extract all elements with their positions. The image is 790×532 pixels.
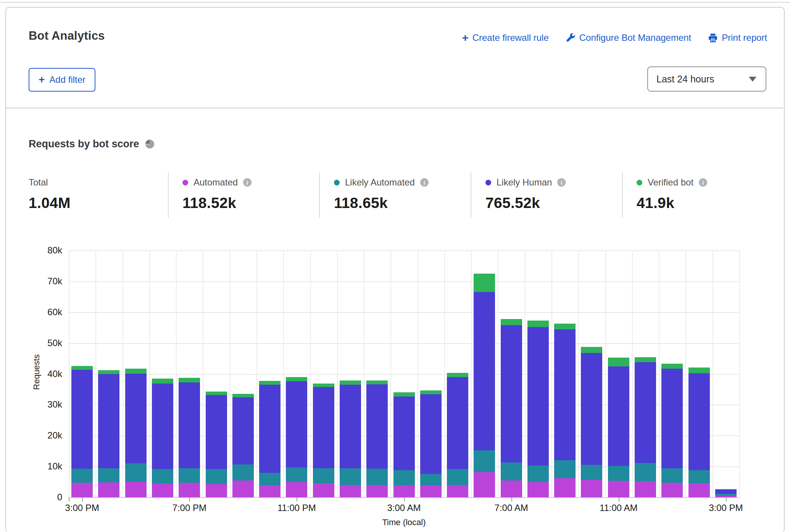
chart-bar-1100am[interactable]	[608, 358, 629, 497]
bar-segment-automated	[366, 485, 388, 497]
chart-bar-1000am[interactable]	[581, 347, 602, 497]
create-firewall-rule-link[interactable]: + Create firewall rule	[462, 32, 549, 44]
bar-segment-verified-bot	[393, 392, 415, 397]
chart-bar-300pm[interactable]	[715, 489, 737, 497]
bot-analytics-page: Bot Analytics + Create firewall rule Con…	[0, 0, 790, 532]
y-tick-label: 40k	[35, 369, 62, 379]
gridline	[69, 312, 739, 313]
bar-segment-automated	[447, 485, 468, 497]
info-icon[interactable]: i	[557, 178, 566, 187]
printer-icon	[708, 33, 718, 43]
chart-bar-1000pm[interactable]	[259, 381, 281, 497]
chart-bar-900pm[interactable]	[232, 394, 254, 497]
y-tick-label: 10k	[35, 461, 62, 472]
print-report-link[interactable]: Print report	[708, 32, 767, 43]
gridline	[390, 250, 391, 497]
chart-bar-600am[interactable]	[474, 274, 495, 497]
bar-segment-likely-human	[313, 387, 334, 468]
chart-bar-1200pm[interactable]	[635, 357, 656, 497]
bar-segment-verified-bot	[232, 394, 254, 397]
chart-bar-700am[interactable]	[501, 319, 522, 497]
chart-bar-500pm[interactable]	[125, 369, 147, 497]
chart-bar-100am[interactable]	[340, 380, 361, 497]
bar-segment-likely-human	[688, 373, 710, 470]
bar-segment-likely-human	[420, 394, 442, 474]
gridline	[149, 250, 150, 497]
chart-bar-200pm[interactable]	[688, 368, 710, 497]
gridline	[444, 250, 445, 497]
chart-bar-400pm[interactable]	[98, 370, 119, 497]
gridline	[498, 250, 498, 497]
bar-segment-verified-bot	[125, 369, 147, 374]
add-filter-label: Add filter	[49, 74, 85, 85]
bar-segment-likely-human	[527, 327, 549, 466]
info-icon[interactable]: i	[420, 178, 429, 187]
x-tick-label: 11:00 PM	[262, 503, 331, 513]
print-report-label: Print report	[722, 32, 767, 43]
x-tick-mark	[189, 497, 190, 501]
bar-segment-likely-automated	[125, 463, 147, 482]
stat-divider	[319, 172, 320, 218]
bar-segment-automated	[608, 481, 629, 497]
bar-segment-verified-bot	[71, 366, 93, 370]
chart-bar-100pm[interactable]	[661, 364, 683, 497]
gridline	[256, 250, 257, 497]
bar-segment-likely-human	[179, 382, 200, 468]
bar-segment-verified-bot	[98, 370, 119, 374]
chart-bar-700pm[interactable]	[179, 378, 200, 497]
bar-segment-likely-automated	[366, 469, 388, 485]
bar-segment-likely-human	[608, 366, 629, 466]
bar-segment-verified-bot	[206, 392, 227, 395]
bar-segment-automated	[501, 480, 522, 497]
stat-automated: Automated i 118.52k	[182, 177, 252, 211]
chart-bar-1100pm[interactable]	[286, 377, 307, 497]
add-filter-button[interactable]: + Add filter	[29, 68, 95, 92]
chart-bar-900am[interactable]	[554, 324, 576, 497]
chart-bar-400am[interactable]	[420, 390, 442, 497]
gridline	[69, 250, 69, 497]
create-firewall-rule-label: Create firewall rule	[472, 32, 549, 43]
bar-segment-verified-bot	[286, 377, 307, 381]
chart-bar-800am[interactable]	[527, 321, 549, 497]
stat-divider	[622, 172, 623, 218]
chart-bar-200am[interactable]	[366, 380, 388, 497]
stat-likely-human: Likely Human i 765.52k	[485, 177, 566, 211]
chart-bar-1200am[interactable]	[313, 384, 334, 497]
chart-bar-500am[interactable]	[447, 373, 468, 497]
bar-segment-verified-bot	[554, 324, 576, 329]
x-tick-mark	[619, 497, 619, 501]
stat-automated-value: 118.52k	[182, 195, 252, 211]
bar-segment-likely-automated	[98, 468, 119, 482]
info-icon[interactable]: i	[699, 178, 707, 187]
bar-segment-verified-bot	[366, 380, 388, 384]
bar-segment-automated	[393, 485, 415, 497]
time-range-select[interactable]: Last 24 hours	[647, 66, 766, 92]
chart-bar-300pm[interactable]	[71, 366, 93, 497]
bar-segment-likely-human	[232, 397, 254, 464]
bar-segment-likely-human	[554, 329, 576, 460]
info-icon[interactable]: i	[243, 178, 252, 187]
gridline	[310, 250, 311, 497]
bar-segment-likely-human	[474, 292, 495, 450]
bar-segment-likely-human	[286, 381, 307, 468]
bar-segment-verified-bot	[474, 274, 495, 292]
x-tick-mark	[726, 497, 727, 501]
configure-bot-management-link[interactable]: Configure Bot Management	[566, 32, 692, 43]
gridline	[551, 250, 552, 497]
chart-bar-600pm[interactable]	[152, 379, 173, 497]
chart-bar-800pm[interactable]	[206, 392, 227, 497]
bar-segment-automated	[206, 484, 227, 497]
gridline	[471, 250, 472, 497]
bar-segment-likely-human	[715, 489, 737, 494]
bar-segment-automated	[98, 482, 119, 497]
chart-bar-300am[interactable]	[393, 392, 415, 497]
axis-origin-tick	[69, 497, 69, 501]
x-tick-label: 7:00 AM	[477, 503, 546, 513]
bar-segment-verified-bot	[608, 358, 629, 366]
x-tick-label: 11:00 AM	[584, 503, 653, 513]
bar-segment-likely-human	[635, 362, 656, 463]
gridline	[605, 250, 606, 497]
gridline	[739, 250, 740, 497]
plus-icon: +	[39, 74, 45, 85]
gridline	[283, 250, 284, 497]
